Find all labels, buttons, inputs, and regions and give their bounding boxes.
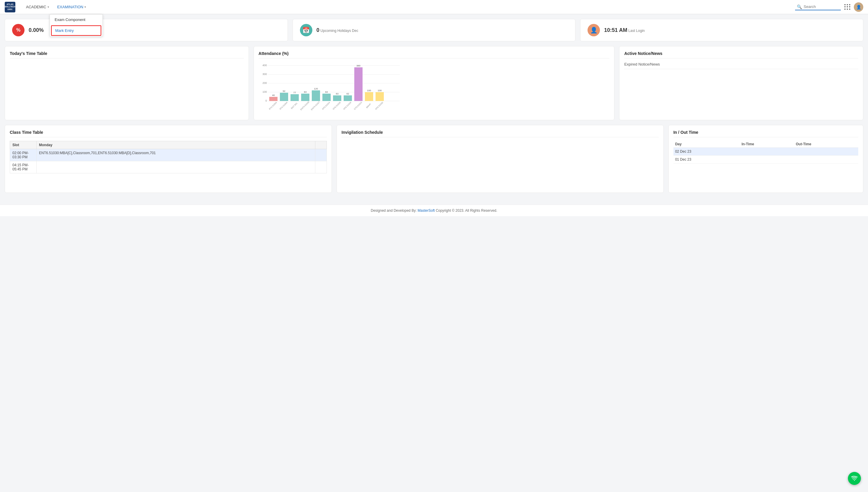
last-login-icon: 👤 xyxy=(588,24,600,36)
section-row-1: Today's Time Table Attendance (%) 400 30… xyxy=(5,46,863,120)
inout-card: In / Out Time Day In-Time Out-Time 02 De… xyxy=(668,125,863,193)
svg-text:NT5.01024: NT5.01024 xyxy=(322,101,330,110)
invigilation-title: Invigilation Schedule xyxy=(341,130,659,137)
svg-rect-37 xyxy=(365,92,373,101)
navbar: ATLASSKILLTECHUNIV. ACADEMIC ▾ EXAMINATI… xyxy=(0,0,868,14)
todays-timetable-title: Today's Time Table xyxy=(10,51,244,58)
inout-col-intime: In-Time xyxy=(740,141,794,148)
svg-text:RT4.51004: RT4.51004 xyxy=(279,101,287,110)
extra-cell-2 xyxy=(315,161,327,173)
svg-text:GT5.01023: GT5.01023 xyxy=(353,101,362,110)
notices-sub-title: Expired Notice/News xyxy=(624,62,858,67)
inout-title: In / Out Time xyxy=(673,130,858,137)
inout-day-1: 02 Dec 23 xyxy=(673,148,740,156)
todays-timetable-card: Today's Time Table xyxy=(5,46,249,120)
svg-rect-31 xyxy=(344,95,352,101)
dropdown-item-exam-component[interactable]: Exam Component xyxy=(50,15,102,25)
svg-text:RT4.51004: RT4.51004 xyxy=(269,101,277,110)
class-timetable-scroll[interactable]: Slot Monday 02:00 PM-03:30 PM ENT6.51030… xyxy=(10,141,327,173)
widget-attendance: % 0.00% xyxy=(5,19,288,41)
footer-copyright: Copyright © 2023. All Rights Reserved. xyxy=(436,208,497,213)
invigilation-card: Invigilation Schedule xyxy=(337,125,664,193)
svg-rect-10 xyxy=(269,97,278,101)
svg-text:ENT4.51026: ENT4.51026 xyxy=(300,101,309,111)
holidays-text: 0 Upcoming Holidays Dec xyxy=(316,27,358,33)
svg-text:46: 46 xyxy=(272,94,275,97)
svg-text:120: 120 xyxy=(314,88,318,90)
svg-rect-25 xyxy=(323,94,331,101)
svg-text:84: 84 xyxy=(325,91,328,93)
widget-last-login: 👤 10:51 AM Last Login xyxy=(580,19,863,41)
academic-label: ACADEMIC xyxy=(26,5,46,9)
svg-text:100: 100 xyxy=(378,89,382,92)
notices-card: Active Notice/News Expired Notice/News xyxy=(619,46,863,120)
inout-in-1 xyxy=(740,148,794,156)
svg-text:ENT 501: ENT 501 xyxy=(290,102,298,109)
apps-icon[interactable] xyxy=(844,4,850,10)
attendance-value: 0.00% xyxy=(29,27,44,33)
inout-col-day: Day xyxy=(673,141,740,148)
table-row: 02:00 PM-03:30 PM ENT6.51030:MBA[C],Clas… xyxy=(10,149,327,161)
navbar-right: 🔍 👤 xyxy=(795,2,863,12)
academic-dropdown-arrow: ▾ xyxy=(48,5,49,8)
inout-out-1 xyxy=(794,148,858,156)
col-monday: Monday xyxy=(36,141,315,149)
top-widgets: % 0.00% 📅 0 Upcoming Holidays Dec 👤 10:5… xyxy=(5,19,863,41)
svg-text:100: 100 xyxy=(262,90,267,93)
last-login-label: Last Login xyxy=(628,29,644,33)
svg-text:BMVP: BMVP xyxy=(365,103,371,109)
logo: ATLASSKILLTECHUNIV. xyxy=(5,2,15,13)
footer-text: Designed and Developed By: xyxy=(371,208,416,213)
svg-text:400: 400 xyxy=(262,64,267,67)
col-extra xyxy=(315,141,327,149)
examination-label: EXAMINATION xyxy=(57,5,83,9)
svg-text:63: 63 xyxy=(336,93,338,95)
holidays-label: Upcoming Holidays Dec xyxy=(320,29,358,33)
svg-text:380: 380 xyxy=(356,65,360,67)
svg-text:100: 100 xyxy=(367,89,371,92)
holidays-count: 0 xyxy=(316,27,320,33)
dropdown-item-mark-entry[interactable]: Mark Entry xyxy=(51,25,101,36)
search-icon: 🔍 xyxy=(797,4,802,9)
monday-cell: ENT6.51030:MBA[C],Classroom,701,ENT6.510… xyxy=(36,149,315,161)
svg-text:92: 92 xyxy=(283,90,285,93)
dropdown-menu: Exam Component Mark Entry xyxy=(50,14,103,36)
slot-cell-2: 04:15 PM-05:45 PM xyxy=(10,161,36,173)
col-slot: Slot xyxy=(10,141,36,149)
search-input[interactable] xyxy=(803,4,839,9)
inout-in-2 xyxy=(740,156,794,164)
notices-title: Active Notice/News xyxy=(624,51,858,58)
svg-text:62: 62 xyxy=(346,93,349,95)
navbar-nav: ACADEMIC ▾ EXAMINATION ▾ xyxy=(22,3,795,11)
footer: Designed and Developed By: MasterSoft Co… xyxy=(0,205,868,216)
svg-text:84: 84 xyxy=(304,91,306,93)
footer-brand[interactable]: MasterSoft xyxy=(418,208,435,213)
nav-item-academic[interactable]: ACADEMIC ▾ xyxy=(22,3,53,11)
class-timetable-card: Class Time Table Slot Monday 02:00 PM-03… xyxy=(5,125,332,193)
attendance-card: Attendance (%) 400 300 200 100 0 xyxy=(254,46,615,120)
svg-rect-13 xyxy=(280,93,288,101)
table-row: 04:15 PM-05:45 PM xyxy=(10,161,327,173)
attendance-chart: 400 300 200 100 0 46 RT4.51004 xyxy=(259,62,610,115)
svg-text:77: 77 xyxy=(293,91,296,94)
class-timetable-table: Slot Monday 02:00 PM-03:30 PM ENT6.51030… xyxy=(10,141,327,173)
nav-item-examination[interactable]: EXAMINATION ▾ xyxy=(54,3,90,11)
inout-out-2 xyxy=(794,156,858,164)
examination-dropdown-arrow: ▾ xyxy=(84,5,86,8)
svg-rect-16 xyxy=(290,94,299,101)
svg-text:NT6.51028: NT6.51028 xyxy=(332,101,341,110)
inout-day-2: 01 Dec 23 xyxy=(673,156,740,164)
slot-cell: 02:00 PM-03:30 PM xyxy=(10,149,36,161)
svg-rect-19 xyxy=(301,94,309,101)
inout-row: 02 Dec 23 xyxy=(673,148,858,156)
search-box[interactable]: 🔍 xyxy=(795,4,841,10)
extra-cell xyxy=(315,149,327,161)
svg-rect-34 xyxy=(354,67,362,101)
last-login-text: 10:51 AM Last Login xyxy=(604,27,644,33)
svg-rect-28 xyxy=(333,95,341,101)
avatar[interactable]: 👤 xyxy=(854,2,863,12)
svg-text:0: 0 xyxy=(265,99,267,102)
attendance-pct-value: 0.00% xyxy=(29,27,44,33)
attendance-title: Attendance (%) xyxy=(259,51,610,58)
svg-rect-22 xyxy=(312,90,320,101)
